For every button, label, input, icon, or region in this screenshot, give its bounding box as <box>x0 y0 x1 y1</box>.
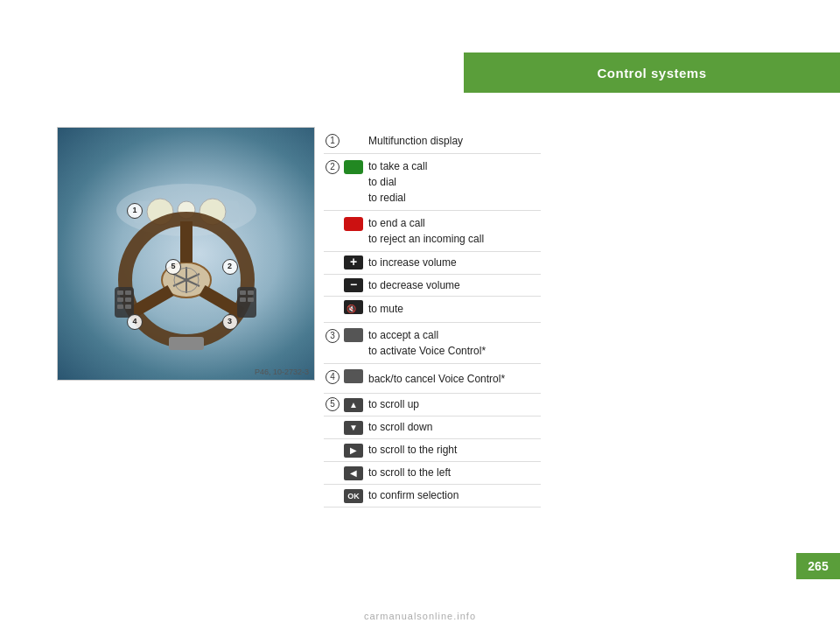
svg-rect-23 <box>248 290 254 295</box>
scroll-down-icon: ▼ <box>344 421 363 435</box>
steering-wheel-image: 1 2 3 4 5 P46, 10-2732-3 <box>57 127 315 381</box>
info-table: 1 Multifunction display 2 to take a call… <box>324 130 541 508</box>
accept-icon <box>344 328 363 342</box>
table-row: − to decrease volume <box>324 274 541 297</box>
svg-rect-16 <box>117 290 123 295</box>
row-num-2: 2 <box>326 160 340 174</box>
svg-rect-26 <box>169 337 204 350</box>
row-desc-scroll-left: to scroll to the left <box>366 461 541 484</box>
table-row: OK to confirm selection <box>324 484 541 507</box>
row-desc-scroll-up: to scroll up <box>366 393 541 416</box>
row-desc-call: to take a callto dialto redial <box>366 153 541 210</box>
header-title: Control systems <box>597 66 706 80</box>
minus-icon: − <box>344 278 363 292</box>
row-num-1: 1 <box>326 134 340 148</box>
ok-icon: OK <box>344 489 363 503</box>
plus-icon: + <box>344 256 363 270</box>
row-desc-scroll-down: to scroll down <box>366 416 541 438</box>
svg-line-12 <box>131 290 171 313</box>
table-row: 2 to take a callto dialto redial <box>324 153 541 210</box>
table-row: 3 to accept a callto activate Voice Cont… <box>324 323 541 364</box>
table-row: to end a callto reject an incoming call <box>324 210 541 251</box>
row-desc-volume-up: to increase volume <box>366 251 541 274</box>
row-num-5: 5 <box>326 397 340 411</box>
row-desc-accept: to accept a callto activate Voice Contro… <box>366 323 541 364</box>
steering-wheel-svg <box>90 158 283 350</box>
header-bar: Control systems <box>464 52 840 93</box>
row-desc-end-call: to end a callto reject an incoming call <box>366 210 541 251</box>
table-row: + to increase volume <box>324 251 541 274</box>
svg-rect-25 <box>248 298 254 302</box>
photo-caption: P46, 10-2732-3 <box>255 368 309 376</box>
table-row: 4 back/to cancel Voice Control* <box>324 364 541 394</box>
table-row: ▶ to scroll to the right <box>324 438 541 461</box>
svg-rect-22 <box>240 290 246 295</box>
page-number-text: 265 <box>808 559 828 573</box>
row-desc-mute: to mute <box>366 297 541 323</box>
svg-line-13 <box>202 290 242 313</box>
svg-rect-18 <box>117 298 123 302</box>
sw-label-5: 5 <box>165 259 181 275</box>
svg-rect-17 <box>125 290 131 295</box>
footer-watermark: carmanualsonline.info <box>0 611 840 621</box>
svg-rect-19 <box>125 298 131 302</box>
svg-rect-21 <box>125 304 131 309</box>
row-num-4: 4 <box>326 370 340 384</box>
row-desc-volume-down: to decrease volume <box>366 274 541 297</box>
mute-icon: 🔇 <box>344 300 363 314</box>
page-number-badge: 265 <box>796 553 840 579</box>
svg-text:🔇: 🔇 <box>346 304 357 314</box>
sw-label-3: 3 <box>222 314 238 330</box>
svg-rect-24 <box>240 298 246 302</box>
phone-green-icon <box>344 160 363 174</box>
table-row: 🔇 to mute <box>324 297 541 323</box>
scroll-left-icon: ◀ <box>344 466 363 480</box>
scroll-up-icon: ▲ <box>344 398 363 412</box>
phone-red-icon <box>344 217 363 231</box>
svg-rect-20 <box>117 304 123 309</box>
row-desc-confirm: to confirm selection <box>366 484 541 507</box>
table-row: 1 Multifunction display <box>324 130 541 153</box>
row-desc-back: back/to cancel Voice Control* <box>366 364 541 394</box>
row-desc-multifunction: Multifunction display <box>366 130 541 153</box>
table-row: ▼ to scroll down <box>324 416 541 438</box>
scroll-right-icon: ▶ <box>344 444 363 458</box>
row-desc-scroll-right: to scroll to the right <box>366 438 541 461</box>
sw-label-2: 2 <box>222 259 238 275</box>
table-row: 5 ▲ to scroll up <box>324 393 541 416</box>
back-icon <box>344 369 363 383</box>
table-row: ◀ to scroll to the left <box>324 461 541 484</box>
row-num-3: 3 <box>326 329 340 343</box>
